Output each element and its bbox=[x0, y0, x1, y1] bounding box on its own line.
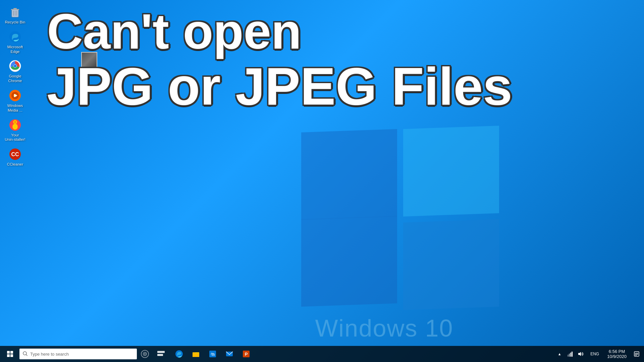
svg-point-24 bbox=[144, 353, 146, 355]
search-icon bbox=[23, 351, 28, 357]
start-button[interactable] bbox=[2, 346, 18, 362]
network-icon bbox=[568, 351, 573, 357]
recycle-bin-label: Recycle Bin bbox=[5, 20, 25, 25]
language-button[interactable]: ENG bbox=[587, 347, 602, 361]
headline-line2: JPG or JPEG Files bbox=[47, 60, 631, 113]
svg-marker-37 bbox=[578, 352, 581, 356]
ccleaner-icon: CC bbox=[8, 147, 22, 161]
desktop-icon-chrome[interactable]: GoogleChrome bbox=[3, 57, 27, 85]
svg-rect-33 bbox=[568, 355, 569, 357]
desktop-icon-edge[interactable]: MicrosoftEdge bbox=[3, 28, 27, 56]
taskbar-file-explorer-button[interactable] bbox=[188, 346, 204, 362]
test-jpg-label: Test-JPG bbox=[82, 69, 97, 73]
taskbar-edge-button[interactable] bbox=[171, 346, 187, 362]
desktop-icon-recycle-bin[interactable]: Recycle Bin bbox=[3, 3, 27, 27]
search-bar[interactable]: Type here to search bbox=[19, 349, 137, 359]
windows-logo-background bbox=[301, 127, 509, 322]
taskbar-mail-button[interactable] bbox=[221, 346, 237, 362]
clock-time: 6:56 PM bbox=[609, 349, 625, 354]
taskbar-store-icon: 🛍 bbox=[209, 350, 217, 358]
volume-icon bbox=[578, 351, 584, 357]
svg-rect-35 bbox=[570, 353, 571, 357]
svg-rect-34 bbox=[569, 354, 570, 357]
desktop-icon-uninstaller[interactable]: YourUnin-staller! bbox=[3, 116, 27, 144]
desktop-file-test-jpg[interactable]: Test-JPG bbox=[77, 52, 101, 73]
recycle-bin-icon bbox=[8, 5, 22, 19]
svg-text:P: P bbox=[245, 352, 248, 357]
test-jpg-thumbnail bbox=[81, 52, 97, 68]
edge-icon bbox=[8, 30, 22, 44]
headline-overlay: Can't open JPG or JPEG Files bbox=[47, 7, 631, 113]
svg-text:🛍: 🛍 bbox=[211, 352, 215, 357]
desktop-icon-ccleaner[interactable]: CC CCleaner bbox=[3, 145, 27, 169]
taskbar-store-button[interactable]: 🛍 bbox=[205, 346, 221, 362]
svg-rect-27 bbox=[193, 353, 199, 357]
svg-rect-2 bbox=[13, 8, 17, 9]
uninstaller-icon bbox=[8, 118, 22, 132]
desktop-icons-column: Recycle Bin MicrosoftEdge bbox=[3, 3, 27, 169]
volume-icon-button[interactable] bbox=[576, 347, 586, 361]
task-view-button[interactable] bbox=[153, 346, 169, 362]
desktop-icon-windows-media[interactable]: WindowsMedia ... bbox=[3, 87, 27, 115]
show-hidden-icons-button[interactable]: ▲ bbox=[555, 347, 564, 361]
search-placeholder-text: Type here to search bbox=[30, 352, 69, 357]
svg-point-17 bbox=[12, 124, 18, 130]
svg-rect-36 bbox=[572, 352, 573, 357]
uninstaller-label: YourUnin-staller! bbox=[5, 133, 25, 142]
svg-line-22 bbox=[26, 355, 27, 356]
chrome-label: GoogleChrome bbox=[8, 74, 22, 83]
windows10-watermark: Windows 10 bbox=[315, 314, 453, 342]
svg-rect-40 bbox=[635, 354, 638, 355]
action-center-icon bbox=[634, 351, 639, 357]
svg-rect-39 bbox=[635, 353, 638, 354]
clock-button[interactable]: 6:56 PM 10/9/2020 bbox=[604, 346, 630, 362]
headline-line1: Can't open bbox=[47, 7, 631, 56]
cortana-button[interactable] bbox=[137, 346, 153, 362]
svg-text:CC: CC bbox=[11, 152, 19, 157]
edge-label: MicrosoftEdge bbox=[7, 45, 23, 54]
system-tray: ▲ ENG 6:56 PM 10/9/2020 bbox=[555, 346, 642, 362]
chrome-icon bbox=[8, 59, 22, 73]
task-view-icon bbox=[157, 351, 165, 357]
svg-point-18 bbox=[14, 121, 16, 123]
clock-date: 10/9/2020 bbox=[607, 354, 627, 359]
cortana-icon bbox=[141, 350, 149, 358]
network-icon-button[interactable] bbox=[566, 347, 575, 361]
taskbar: Type here to search bbox=[0, 346, 644, 362]
windows-media-icon bbox=[8, 89, 22, 102]
svg-point-10 bbox=[14, 65, 16, 67]
ccleaner-label: CCleaner bbox=[7, 162, 23, 167]
svg-rect-1 bbox=[11, 9, 19, 10]
language-label: ENG bbox=[589, 352, 600, 356]
taskbar-pinned-apps: 🛍 P bbox=[171, 346, 254, 362]
taskbar-mail-icon bbox=[225, 350, 233, 358]
windows-media-label: WindowsMedia ... bbox=[7, 104, 23, 113]
taskbar-file-explorer-icon bbox=[192, 350, 200, 358]
svg-rect-41 bbox=[635, 355, 637, 356]
chevron-up-icon: ▲ bbox=[558, 352, 561, 356]
taskbar-powerpoint-icon: P bbox=[242, 350, 250, 358]
taskbar-powerpoint-button[interactable]: P bbox=[238, 346, 254, 362]
taskbar-edge-icon bbox=[175, 350, 183, 358]
action-center-button[interactable] bbox=[631, 346, 642, 362]
windows-start-icon bbox=[7, 351, 13, 357]
